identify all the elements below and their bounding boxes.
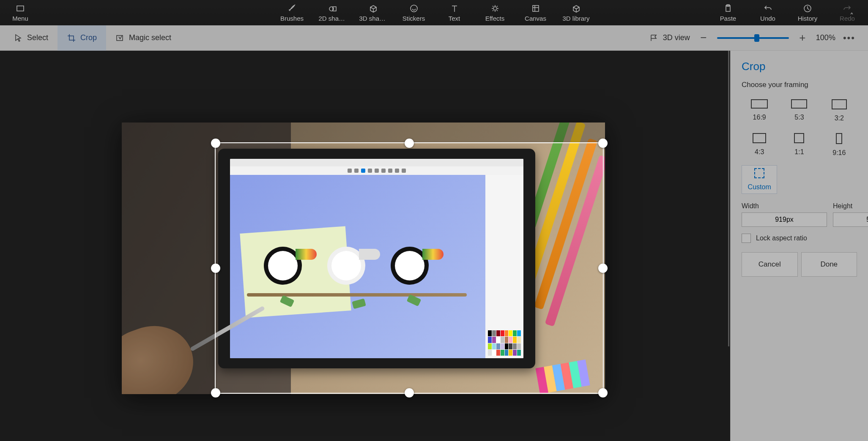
crop-handle-w[interactable] bbox=[211, 264, 220, 273]
framing-16-9[interactable]: 16:9 bbox=[742, 97, 777, 125]
redo-button: Redo bbox=[833, 4, 861, 22]
ratio-icon bbox=[791, 99, 807, 109]
sticker-icon bbox=[409, 4, 419, 13]
library-icon bbox=[572, 4, 581, 13]
menu-label: Menu bbox=[12, 15, 28, 22]
zoom-out-button[interactable]: − bbox=[698, 31, 709, 44]
panel-title: Crop bbox=[742, 60, 857, 73]
crop-handle-ne[interactable] bbox=[598, 139, 608, 148]
svg-point-3 bbox=[411, 5, 417, 12]
secondary-toolbar: Select Crop Magic select 3D view − + 100… bbox=[0, 25, 868, 51]
done-button[interactable]: Done bbox=[801, 252, 857, 277]
ratio-icon bbox=[753, 133, 766, 143]
crop-icon bbox=[67, 33, 76, 43]
framing-grid: 16:9 5:3 3:2 4:3 1:1 9:16 bbox=[742, 97, 857, 194]
framing-1-1[interactable]: 1:1 bbox=[781, 131, 817, 159]
collapse-chevron-icon[interactable]: ˄ bbox=[850, 11, 854, 21]
tab-effects[interactable]: Effects bbox=[481, 4, 509, 22]
width-label: Width bbox=[742, 202, 827, 210]
crop-handle-sw[interactable] bbox=[211, 388, 220, 397]
framing-4-3[interactable]: 4:3 bbox=[742, 131, 777, 159]
tab-canvas[interactable]: Canvas bbox=[522, 4, 550, 22]
flag-icon bbox=[649, 33, 659, 43]
canvas-icon bbox=[531, 4, 540, 13]
rectangle-icon bbox=[16, 4, 25, 13]
tab-brushes[interactable]: Brushes bbox=[278, 4, 306, 22]
zoom-in-button[interactable]: + bbox=[797, 31, 808, 44]
zoom-slider-thumb[interactable] bbox=[754, 34, 759, 42]
crop-handle-n[interactable] bbox=[405, 139, 414, 148]
magic-select-tool[interactable]: Magic select bbox=[106, 25, 181, 51]
crop-handle-nw[interactable] bbox=[211, 139, 220, 148]
framing-custom[interactable]: Custom bbox=[742, 165, 777, 194]
framing-3-2[interactable]: 3:2 bbox=[821, 97, 857, 125]
ratio-icon bbox=[836, 133, 842, 144]
text-icon bbox=[450, 4, 459, 13]
ratio-icon bbox=[794, 133, 804, 143]
scrollbar[interactable] bbox=[728, 51, 729, 346]
zoom-slider[interactable] bbox=[717, 37, 789, 39]
3d-view-toggle[interactable]: 3D view bbox=[649, 33, 690, 43]
effects-icon bbox=[490, 4, 500, 13]
crop-marquee[interactable] bbox=[215, 142, 604, 394]
cancel-button[interactable]: Cancel bbox=[742, 252, 798, 277]
cube-icon bbox=[369, 4, 378, 13]
svg-rect-5 bbox=[533, 5, 539, 11]
width-input[interactable] bbox=[742, 212, 827, 227]
crop-panel: Crop Choose your framing 16:9 5:3 3:2 4:… bbox=[730, 51, 868, 441]
crop-handle-s[interactable] bbox=[405, 388, 414, 397]
svg-point-4 bbox=[493, 7, 497, 10]
ratio-icon bbox=[832, 99, 847, 109]
paste-button[interactable]: Paste bbox=[714, 4, 742, 22]
brush-icon bbox=[288, 4, 297, 13]
cursor-icon bbox=[14, 33, 23, 43]
menu-button[interactable]: Menu bbox=[6, 4, 34, 22]
more-options-button[interactable]: ••• bbox=[843, 33, 855, 44]
height-label: Height bbox=[833, 202, 868, 210]
lock-aspect-label: Lock aspect ratio bbox=[756, 234, 807, 242]
framing-5-3[interactable]: 5:3 bbox=[781, 97, 817, 125]
custom-ratio-icon bbox=[754, 168, 764, 178]
panel-subtitle: Choose your framing bbox=[742, 81, 857, 89]
magic-select-icon bbox=[115, 33, 125, 43]
tab-stickers[interactable]: Stickers bbox=[400, 4, 428, 22]
title-bar: Menu Brushes 2D shap... 3D shap... Stick… bbox=[0, 0, 868, 25]
crop-handle-se[interactable] bbox=[598, 388, 608, 397]
ratio-icon bbox=[751, 99, 768, 109]
crop-handle-e[interactable] bbox=[598, 264, 608, 273]
select-tool[interactable]: Select bbox=[4, 25, 58, 51]
height-input[interactable] bbox=[833, 212, 868, 227]
undo-button[interactable]: Undo bbox=[754, 4, 782, 22]
tab-3d-library[interactable]: 3D library bbox=[562, 4, 590, 22]
svg-rect-0 bbox=[17, 6, 24, 11]
undo-icon bbox=[763, 4, 772, 13]
canvas-area[interactable] bbox=[0, 51, 730, 441]
shapes2d-icon bbox=[328, 4, 337, 13]
main-area: Crop Choose your framing 16:9 5:3 3:2 4:… bbox=[0, 51, 868, 441]
tab-text[interactable]: Text bbox=[441, 4, 468, 22]
paste-icon bbox=[723, 4, 733, 13]
history-button[interactable]: History bbox=[794, 4, 821, 22]
crop-tool[interactable]: Crop bbox=[58, 25, 106, 51]
tab-3d-shapes[interactable]: 3D shap... bbox=[359, 4, 387, 22]
framing-9-16[interactable]: 9:16 bbox=[821, 131, 857, 159]
history-icon bbox=[803, 4, 812, 13]
lock-aspect-checkbox[interactable] bbox=[742, 234, 751, 243]
zoom-value: 100% bbox=[816, 33, 835, 42]
tab-2d-shapes[interactable]: 2D shap... bbox=[319, 4, 347, 22]
